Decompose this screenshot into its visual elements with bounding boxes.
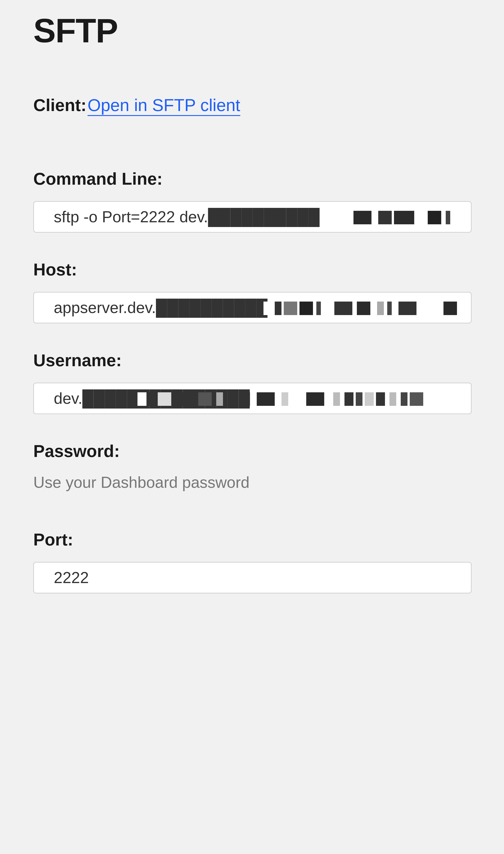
command-line-block: Command Line: sftp -o Port=2222 dev.████… <box>33 169 471 233</box>
username-label: Username: <box>33 350 471 370</box>
host-field[interactable]: appserver.dev.██████████ <box>33 292 472 324</box>
redaction-overlay <box>138 390 423 408</box>
client-row: Client: Open in SFTP client <box>33 95 471 115</box>
username-block: Username: dev.███████████████ <box>33 350 471 414</box>
open-in-sftp-client-link[interactable]: Open in SFTP client <box>88 95 240 116</box>
port-block: Port: 2222 <box>33 530 471 593</box>
command-line-label: Command Line: <box>33 169 471 189</box>
password-label: Password: <box>33 441 471 461</box>
username-field[interactable]: dev.███████████████ <box>33 383 472 414</box>
client-label: Client: <box>33 95 86 115</box>
host-block: Host: appserver.dev.██████████ <box>33 260 471 324</box>
password-block: Password: Use your Dashboard password <box>33 441 471 491</box>
port-label: Port: <box>33 530 471 549</box>
password-hint: Use your Dashboard password <box>33 473 471 491</box>
host-value: appserver.dev.██████████ <box>54 299 268 317</box>
host-label: Host: <box>33 260 471 279</box>
port-value: 2222 <box>54 569 89 587</box>
page-title: SFTP <box>33 11 471 50</box>
redaction-overlay <box>344 209 472 227</box>
port-field[interactable]: 2222 <box>33 562 472 593</box>
sftp-panel: SFTP Client: Open in SFTP client Command… <box>0 0 504 593</box>
command-line-field[interactable]: sftp -o Port=2222 dev.██████████ <box>33 201 472 233</box>
redaction-overlay <box>264 299 457 317</box>
command-line-value: sftp -o Port=2222 dev.██████████ <box>54 208 320 226</box>
